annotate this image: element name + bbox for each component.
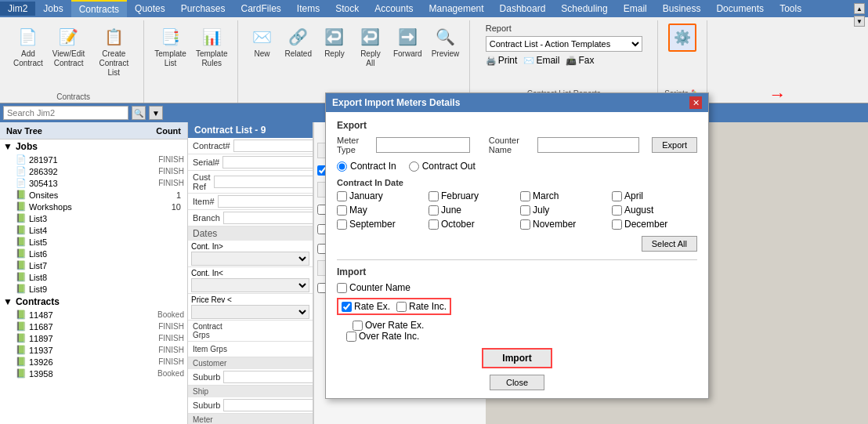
months-grid: January February March April May June Ju…: [337, 190, 697, 230]
over-rate-inc-text: Over Rate Inc.: [359, 331, 419, 342]
may-checkbox[interactable]: [337, 205, 347, 216]
contract-in-radio-label[interactable]: Contract In: [337, 161, 396, 172]
select-all-row: Select All: [337, 236, 697, 252]
dialog-title-bar: Export Import Meters Details ✕: [326, 93, 708, 112]
contract-out-radio[interactable]: [409, 161, 419, 172]
rate-inc-text: Rate Inc.: [409, 301, 447, 312]
meter-type-label: Meter Type: [337, 136, 370, 154]
import-checkboxes: Counter Name: [337, 282, 697, 293]
rate-ex-label[interactable]: Rate Ex.: [342, 301, 390, 312]
august-checkbox[interactable]: [612, 205, 622, 216]
export-import-dialog: Export Import Meters Details ✕ Export Me…: [325, 92, 709, 399]
import-checkboxes-row2: Rate Ex. Rate Inc.: [337, 298, 451, 315]
counter-name-import-text: Counter Name: [349, 282, 410, 293]
red-arrow-annotation: ←: [769, 85, 786, 105]
import-button[interactable]: Import: [482, 348, 552, 368]
over-rate-ex-text: Over Rate Ex.: [365, 320, 424, 331]
dialog-title-text: Export Import Meters Details: [332, 97, 460, 108]
july-checkbox[interactable]: [520, 205, 530, 216]
february-checkbox[interactable]: [429, 191, 439, 201]
march-checkbox[interactable]: [520, 191, 530, 201]
october-label[interactable]: October: [429, 219, 514, 230]
dialog-close-button[interactable]: ✕: [689, 96, 702, 109]
rate-ex-text: Rate Ex.: [354, 301, 390, 312]
june-label[interactable]: June: [429, 205, 514, 216]
december-checkbox[interactable]: [612, 219, 622, 230]
over-rate-ex-checkbox[interactable]: [353, 321, 363, 331]
over-rate-ex-label[interactable]: Over Rate Ex.: [353, 320, 697, 331]
counter-name-export-input[interactable]: [537, 137, 639, 153]
contract-in-radio[interactable]: [337, 161, 347, 172]
close-btn-row: Close: [337, 375, 697, 390]
import-section-header: Import: [337, 266, 697, 277]
august-label[interactable]: August: [612, 205, 697, 216]
counter-name-export-label: Counter Name: [489, 136, 531, 154]
import-section: Import Counter Name Rate Ex. Rate Inc.: [337, 259, 697, 342]
november-label[interactable]: November: [520, 219, 606, 230]
contract-direction-group: Contract In Contract Out: [337, 161, 697, 172]
october-checkbox[interactable]: [429, 219, 439, 230]
select-all-button[interactable]: Select All: [642, 236, 697, 252]
january-checkbox[interactable]: [337, 191, 347, 201]
contract-in-label: Contract In: [350, 161, 396, 172]
contract-in-date-label: Contract In Date: [337, 178, 697, 187]
meter-type-row: Meter Type Counter Name Export: [337, 136, 697, 154]
export-section-header: Export: [337, 120, 697, 131]
february-label[interactable]: February: [429, 190, 514, 201]
may-label[interactable]: May: [337, 205, 422, 216]
counter-name-import-checkbox[interactable]: [337, 283, 347, 293]
rate-inc-label[interactable]: Rate Inc.: [396, 301, 447, 312]
april-label[interactable]: April: [612, 190, 697, 201]
december-label[interactable]: December: [612, 219, 697, 230]
july-label[interactable]: July: [520, 205, 606, 216]
counter-name-import-label[interactable]: Counter Name: [337, 282, 410, 293]
import-btn-row: Import: [337, 348, 697, 368]
april-checkbox[interactable]: [612, 191, 622, 201]
january-label[interactable]: January: [337, 190, 422, 201]
meter-type-input[interactable]: [376, 137, 470, 153]
rate-inc-checkbox[interactable]: [396, 302, 407, 312]
september-checkbox[interactable]: [337, 219, 347, 230]
export-button[interactable]: Export: [652, 137, 697, 153]
close-button[interactable]: Close: [490, 375, 544, 390]
june-checkbox[interactable]: [429, 205, 439, 216]
over-rate-inc-checkbox[interactable]: [346, 332, 356, 342]
november-checkbox[interactable]: [520, 219, 530, 230]
contract-out-radio-label[interactable]: Contract Out: [409, 161, 476, 172]
contract-out-label: Contract Out: [422, 161, 476, 172]
march-label[interactable]: March: [520, 190, 606, 201]
dialog-overlay: Export Import Meters Details ✕ Export Me…: [0, 0, 868, 424]
over-rate-inc-label[interactable]: Over Rate Inc.: [346, 331, 697, 342]
september-label[interactable]: September: [337, 219, 422, 230]
rate-ex-checkbox[interactable]: [342, 302, 352, 312]
dialog-body: Export Meter Type Counter Name Export Co…: [326, 112, 708, 398]
